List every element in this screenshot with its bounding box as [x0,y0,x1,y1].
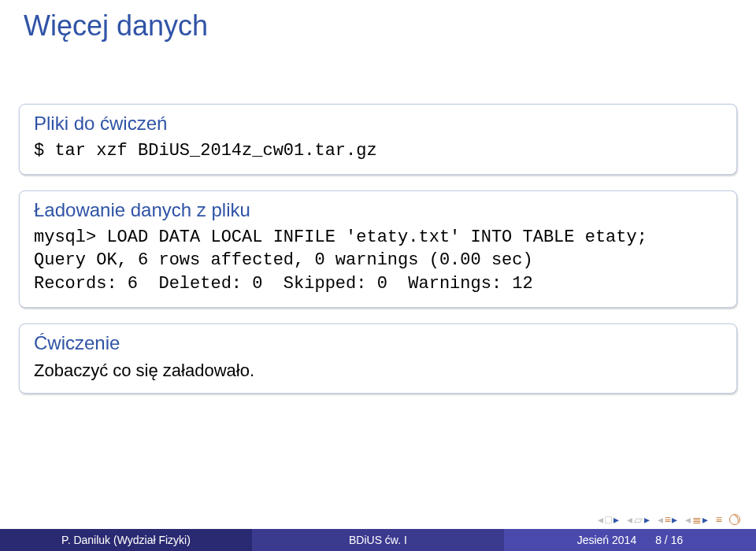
block-title-load: Ładowanie danych z pliku [20,191,736,223]
nav-prev-section[interactable]: ◂□▸ [598,513,618,526]
footer-right: Jesień 2014 8 / 16 [504,529,756,551]
nav-prev-slide[interactable]: ◂▱▸ [627,513,650,526]
nav-back-icon[interactable] [729,514,740,525]
block-load: Ładowanie danych z pliku mysql> LOAD DAT… [19,190,737,308]
nav-next-frame[interactable]: ◂≣▸ [685,513,708,526]
slide: Więcej danych Pliki do ćwiczeń $ tar xzf… [0,0,756,551]
block-exercise: Ćwiczenie Zobaczyć co się załadowało. [19,324,737,394]
nav-prev-frame[interactable]: ◂≡▸ [658,513,677,526]
block-body-exercise: Zobaczyć co się załadowało. [20,356,736,394]
footer-page: 8 / 16 [655,534,683,546]
footer-term: Jesień 2014 [577,534,637,546]
block-title-exercise: Ćwiczenie [20,324,736,356]
nav-outline-icon[interactable]: ≡ [716,513,721,526]
slide-content: Pliki do ćwiczeń $ tar xzf BDiUS_2014z_c… [0,57,756,551]
footer-course: BDiUS ćw. I [252,529,504,551]
block-body-files: $ tar xzf BDiUS_2014z_cw01.tar.gz [20,136,736,174]
nav-controls: ◂□▸ ◂▱▸ ◂≡▸ ◂≣▸ ≡ [598,513,740,526]
footer: P. Daniluk (Wydział Fizyki) BDiUS ćw. I … [0,529,756,551]
slide-title: Więcej danych [0,0,756,57]
block-files: Pliki do ćwiczeń $ tar xzf BDiUS_2014z_c… [19,104,737,175]
block-body-load: mysql> LOAD DATA LOCAL INFILE 'etaty.txt… [20,223,736,307]
block-title-files: Pliki do ćwiczeń [20,105,736,136]
footer-author: P. Daniluk (Wydział Fizyki) [0,529,252,551]
